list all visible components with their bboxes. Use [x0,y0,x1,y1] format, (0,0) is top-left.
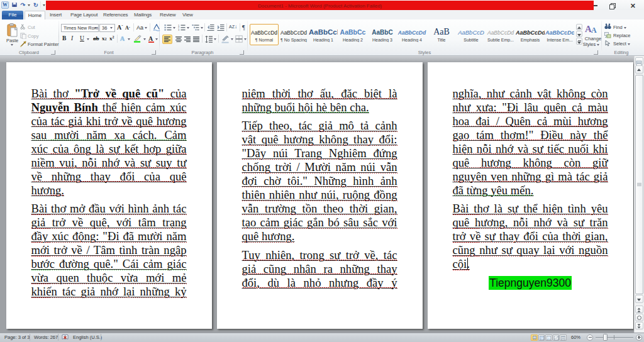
svg-text:3: 3 [178,28,180,31]
